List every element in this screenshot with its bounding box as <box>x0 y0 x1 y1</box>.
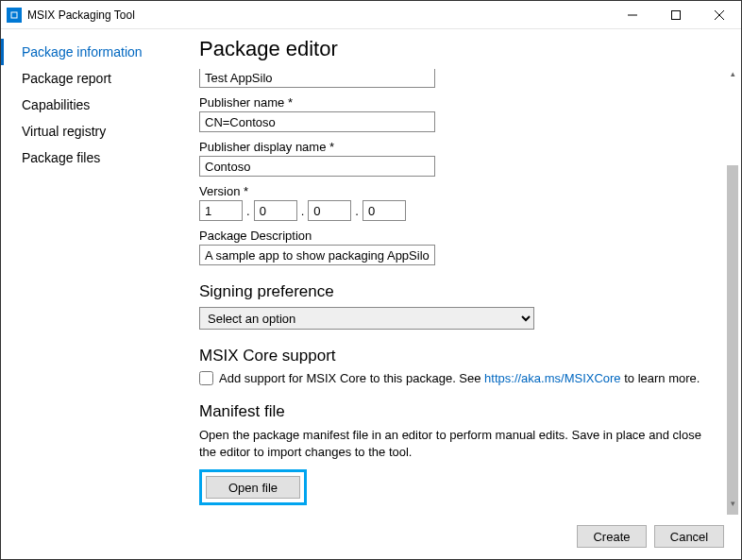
version-major-input[interactable] <box>199 200 243 221</box>
form-scroll-area: Publisher name * Publisher display name … <box>199 69 722 524</box>
manifest-heading: Manifest file <box>199 402 705 421</box>
msix-core-checkbox[interactable] <box>199 371 213 385</box>
publisher-name-input[interactable] <box>199 111 435 132</box>
sidebar-item-label: Package information <box>22 44 143 59</box>
page-title: Package editor <box>199 37 722 61</box>
sidebar-item-package-information[interactable]: Package information <box>1 39 180 65</box>
version-revision-input[interactable] <box>363 200 406 221</box>
version-row: . . . <box>199 200 705 221</box>
msix-core-link[interactable]: https://aka.ms/MSIXCore <box>484 371 621 385</box>
open-file-button[interactable]: Open file <box>206 476 300 499</box>
footer-buttons: Create Cancel <box>577 525 724 548</box>
msix-core-heading: MSIX Core support <box>199 347 705 365</box>
svg-rect-2 <box>12 12 17 17</box>
sidebar-item-label: Package files <box>22 150 100 165</box>
package-description-label: Package Description <box>199 229 705 243</box>
cancel-button[interactable]: Cancel <box>654 525 724 548</box>
version-dot: . <box>246 204 250 218</box>
main-panel: Package editor Publisher name * Publishe… <box>180 29 741 559</box>
create-button[interactable]: Create <box>577 525 647 548</box>
signing-preference-select[interactable]: Select an option <box>199 307 534 330</box>
sidebar-item-label: Capabilities <box>22 97 90 112</box>
version-minor-input[interactable] <box>254 200 297 221</box>
maximize-button[interactable] <box>654 1 698 29</box>
publisher-display-name-label: Publisher display name * <box>199 140 705 154</box>
sidebar-item-label: Package report <box>22 71 111 86</box>
svg-rect-4 <box>672 10 681 19</box>
publisher-name-label: Publisher name * <box>199 95 705 110</box>
scroll-track[interactable] <box>726 80 739 497</box>
cut-off-field <box>199 69 705 88</box>
version-dot: . <box>355 204 359 218</box>
version-build-input[interactable] <box>308 200 351 221</box>
close-button[interactable] <box>698 1 741 29</box>
scroll-down-arrow[interactable]: ▾ <box>726 497 739 510</box>
sidebar-item-package-report[interactable]: Package report <box>1 65 180 92</box>
minimize-button[interactable] <box>611 1 654 29</box>
scroll-up-arrow[interactable]: ▴ <box>726 67 739 80</box>
cut-off-input[interactable] <box>199 69 435 88</box>
sidebar-item-virtual-registry[interactable]: Virtual registry <box>1 118 180 144</box>
sidebar-item-label: Virtual registry <box>22 124 106 139</box>
vertical-scrollbar[interactable]: ▴ ▾ <box>726 67 739 510</box>
package-description-input[interactable] <box>199 245 435 265</box>
version-dot: . <box>301 204 305 218</box>
sidebar-item-package-files[interactable]: Package files <box>1 144 180 171</box>
sidebar: Package information Package report Capab… <box>1 29 180 559</box>
signing-heading: Signing preference <box>199 282 705 301</box>
msix-core-label: Add support for MSIX Core to this packag… <box>219 371 700 385</box>
app-icon <box>7 8 22 23</box>
manifest-description: Open the package manifest file in an edi… <box>199 427 705 460</box>
titlebar: MSIX Packaging Tool <box>1 1 741 29</box>
scroll-thumb[interactable] <box>727 165 738 515</box>
sidebar-item-capabilities[interactable]: Capabilities <box>1 92 180 118</box>
version-label: Version * <box>199 184 705 198</box>
window-title: MSIX Packaging Tool <box>27 8 135 22</box>
publisher-display-name-input[interactable] <box>199 156 435 177</box>
open-file-highlight: Open file <box>199 469 307 505</box>
